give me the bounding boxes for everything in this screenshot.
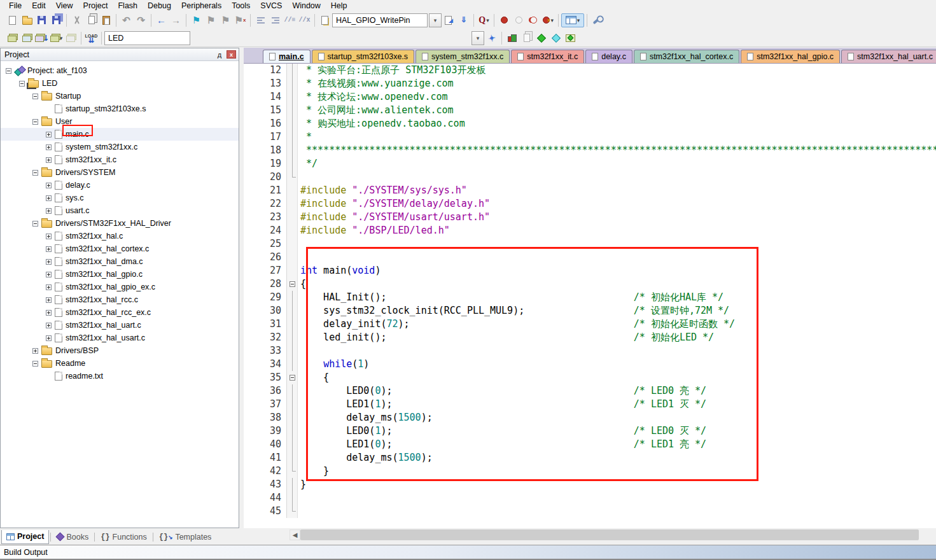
code-line[interactable]: 17 * bbox=[244, 130, 936, 144]
code-line[interactable]: 35 { bbox=[244, 371, 936, 384]
code-line[interactable]: 22#include "./SYSTEM/delay/delay.h" bbox=[244, 197, 936, 211]
code-line[interactable]: 32 led_init(); /* 初始化LED */ bbox=[244, 331, 936, 344]
expand-icon[interactable] bbox=[46, 208, 52, 214]
tree-item-delay-c[interactable]: delay.c bbox=[1, 179, 239, 192]
tree-item-sys-c[interactable]: sys.c bbox=[1, 192, 239, 204]
code-line[interactable]: 26 bbox=[244, 251, 936, 264]
cut-icon[interactable] bbox=[69, 13, 84, 27]
navigate-back-icon[interactable]: ← bbox=[154, 13, 169, 27]
tree-item-project-atk-f103[interactable]: Project: atk_f103 bbox=[1, 64, 239, 77]
undo-icon[interactable]: ↶ bbox=[119, 13, 134, 27]
save-all-icon[interactable] bbox=[49, 13, 64, 27]
code-line[interactable]: 18 *************************************… bbox=[244, 144, 936, 157]
paste-icon[interactable] bbox=[99, 13, 113, 27]
expand-icon[interactable] bbox=[46, 132, 52, 137]
tree-item-led[interactable]: LED bbox=[1, 77, 239, 90]
collapse-icon[interactable] bbox=[6, 68, 11, 74]
manage-items-icon[interactable] bbox=[519, 31, 534, 45]
find-combo[interactable]: HAL_GPIO_WritePin bbox=[332, 13, 428, 27]
dock-tab-templates[interactable]: {}↘Templates bbox=[155, 530, 216, 544]
target-options-icon[interactable]: ✦ bbox=[484, 31, 499, 45]
code-line[interactable]: 39 LED0(1); /* LED0 灭 */ bbox=[244, 424, 936, 438]
code-line[interactable]: 16 * 购买地址:openedv.taobao.com bbox=[244, 117, 936, 130]
expand-icon[interactable] bbox=[46, 195, 52, 201]
code-line[interactable]: 15 * 公司网址:www.alientek.com bbox=[244, 104, 936, 117]
clear-bookmarks-icon[interactable]: ⚑x bbox=[233, 13, 248, 27]
code-line[interactable]: 12 * 实验平台:正点原子 STM32F103开发板 bbox=[244, 64, 936, 77]
expand-icon[interactable] bbox=[46, 157, 52, 163]
find-combo-dropdown-icon[interactable]: ▾ bbox=[429, 13, 442, 27]
tree-item-stm32f1xx-hal-gpio-c[interactable]: stm32f1xx_hal_gpio.c bbox=[1, 268, 239, 281]
expand-icon[interactable] bbox=[46, 272, 52, 277]
collapse-icon[interactable] bbox=[32, 170, 38, 176]
tree-item-system-stm32f1xx-c[interactable]: system_stm32f1xx.c bbox=[1, 141, 239, 153]
find-in-files-icon[interactable]: ◢ bbox=[442, 13, 456, 27]
code-line[interactable]: 33 bbox=[244, 344, 936, 358]
rebuild-icon[interactable]: ⇊ bbox=[34, 31, 49, 45]
new-file-icon[interactable] bbox=[5, 13, 20, 27]
menu-project[interactable]: Project bbox=[78, 1, 113, 10]
previous-bookmark-icon[interactable]: ⚑ bbox=[204, 13, 218, 27]
uncomment-icon[interactable]: //x bbox=[297, 13, 312, 27]
editor-tab-startup-stm32f103xe-s[interactable]: startup_stm32f103xe.s bbox=[312, 50, 414, 63]
code-line[interactable]: 19 */ bbox=[244, 157, 936, 171]
code-line[interactable]: 21#include "./SYSTEM/sys/sys.h" bbox=[244, 184, 936, 197]
software-packs-icon[interactable] bbox=[534, 31, 548, 45]
copy-icon[interactable] bbox=[84, 13, 99, 27]
expand-icon[interactable] bbox=[46, 284, 52, 290]
collapse-icon[interactable] bbox=[32, 361, 38, 367]
expand-icon[interactable] bbox=[46, 310, 52, 316]
code-line[interactable]: 29 HAL_Init(); /* 初始化HAL库 */ bbox=[244, 291, 936, 304]
incremental-find-icon[interactable]: ⇓ bbox=[456, 13, 471, 27]
configure-icon[interactable] bbox=[590, 13, 604, 27]
code-line[interactable]: 45 bbox=[244, 505, 936, 518]
menu-tools[interactable]: Tools bbox=[227, 1, 255, 10]
code-line[interactable]: 23#include "./SYSTEM/usart/usart.h" bbox=[244, 211, 936, 224]
editor-tab-delay-c[interactable]: delay.c bbox=[585, 50, 632, 63]
code-line[interactable]: 27int main(void) bbox=[244, 264, 936, 277]
load-icon[interactable]: LOAD ⇊ bbox=[84, 31, 99, 45]
code-line[interactable]: 43} bbox=[244, 478, 936, 491]
editor-tab-stm32f1xx-it-c[interactable]: stm32f1xx_it.c bbox=[511, 50, 584, 63]
tree-item-stm32f1xx-hal-dma-c[interactable]: stm32f1xx_hal_dma.c bbox=[1, 255, 239, 268]
tree-item-readme-txt[interactable]: readme.txt bbox=[1, 370, 239, 382]
expand-icon[interactable] bbox=[46, 246, 52, 252]
menu-debug[interactable]: Debug bbox=[143, 1, 176, 10]
code-line[interactable]: 44 bbox=[244, 491, 936, 505]
tree-item-stm32f1xx-hal-usart-c[interactable]: stm32f1xx_hal_usart.c bbox=[1, 332, 239, 344]
quick-find-icon[interactable]: Q▾ bbox=[477, 13, 491, 27]
menu-view[interactable]: View bbox=[51, 1, 78, 10]
kill-breakpoints-icon[interactable]: x▾ bbox=[541, 13, 555, 27]
scrollbar-thumb[interactable] bbox=[300, 529, 919, 540]
fold-margin[interactable] bbox=[287, 277, 298, 291]
outdent-icon[interactable] bbox=[268, 13, 283, 27]
books-package-icon[interactable] bbox=[563, 31, 578, 45]
code-line[interactable]: 20 bbox=[244, 171, 936, 184]
target-combo-dropdown-icon[interactable]: ▾ bbox=[471, 31, 484, 45]
expand-icon[interactable] bbox=[46, 335, 52, 341]
save-icon[interactable] bbox=[34, 13, 49, 27]
navigate-forward-icon[interactable]: → bbox=[169, 13, 183, 27]
translate-icon[interactable]: ↓ bbox=[5, 31, 20, 45]
code-line[interactable]: 30 sys_stm32_clock_init(RCC_PLL_MUL9); /… bbox=[244, 304, 936, 318]
tree-item-stm32f1xx-hal-rcc-ex-c[interactable]: stm32f1xx_hal_rcc_ex.c bbox=[1, 306, 239, 319]
editor-tab-stm32f1xx-hal-gpio-c[interactable]: stm32f1xx_hal_gpio.c bbox=[741, 50, 840, 63]
code-line[interactable]: 24#include "./BSP/LED/led.h" bbox=[244, 224, 936, 237]
target-combo[interactable]: LED bbox=[104, 31, 190, 45]
menu-peripherals[interactable]: Peripherals bbox=[176, 1, 227, 10]
tree-item-stm32f1xx-hal-uart-c[interactable]: stm32f1xx_hal_uart.c bbox=[1, 319, 239, 332]
tree-item-user[interactable]: User bbox=[1, 115, 239, 128]
dock-tab-project[interactable]: Project bbox=[1, 530, 49, 544]
tree-item-stm32f1xx-hal-c[interactable]: stm32f1xx_hal.c bbox=[1, 230, 239, 242]
window-layout-icon[interactable]: ▾ bbox=[561, 13, 584, 27]
expand-icon[interactable] bbox=[46, 323, 52, 328]
batch-build-icon[interactable]: ▾ bbox=[49, 31, 64, 45]
stop-build-icon[interactable]: x bbox=[64, 31, 78, 45]
horizontal-scrollbar[interactable]: ◀ bbox=[290, 529, 931, 540]
editor-tab-stm32f1xx-hal-uart-c[interactable]: stm32f1xx_hal_uart.c bbox=[841, 50, 936, 63]
editor-tab-stm32f1xx-hal-cortex-c[interactable]: stm32f1xx_hal_cortex.c bbox=[634, 50, 739, 63]
code-line[interactable]: 13 * 在线视频:www.yuanzige.com bbox=[244, 77, 936, 90]
menu-edit[interactable]: Edit bbox=[27, 1, 51, 10]
menu-file[interactable]: File bbox=[4, 1, 27, 10]
code-line[interactable]: 40 LED1(0); /* LED1 亮 */ bbox=[244, 438, 936, 451]
